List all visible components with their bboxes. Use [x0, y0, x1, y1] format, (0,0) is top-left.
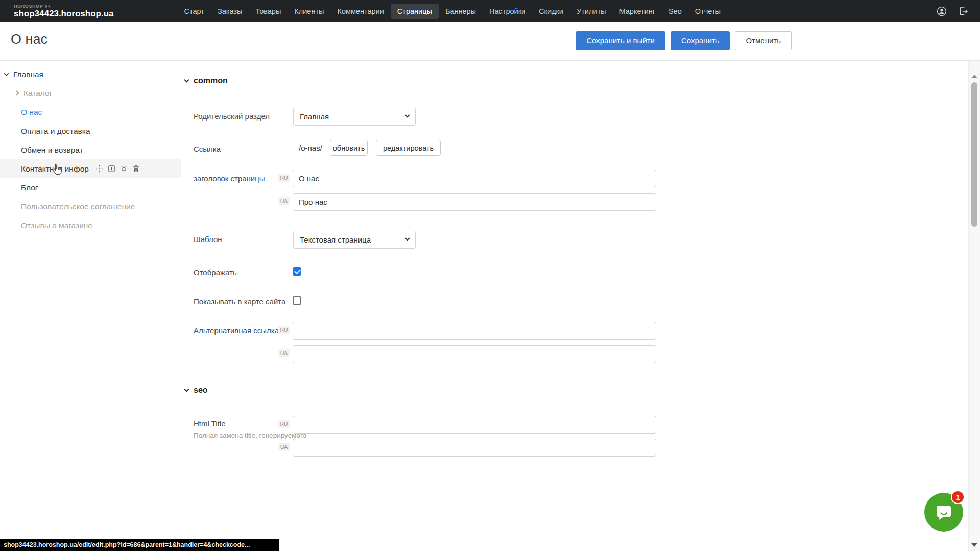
tree-item-label: Контактная инфор	[21, 164, 89, 174]
tree-item-label: Каталог	[23, 89, 52, 98]
chat-unread-badge: 1	[951, 490, 965, 504]
chevron-down-icon	[184, 387, 189, 392]
link-label: Ссылка	[194, 145, 221, 153]
tree-item-label: Обмен и возврат	[21, 146, 83, 155]
tree-item-label: Оплата и доставка	[21, 127, 90, 136]
save-and-exit-button[interactable]: Сохранить и выйти	[576, 31, 665, 50]
move-icon[interactable]	[95, 164, 104, 173]
lang-tag-ua: UA	[278, 443, 290, 451]
add-icon[interactable]	[107, 164, 116, 173]
parent-section-select[interactable]: Главная	[293, 108, 416, 126]
chevron-down-icon	[184, 77, 189, 82]
html-title-ua-input[interactable]	[293, 439, 656, 457]
tree-item-home[interactable]: Главная	[0, 65, 181, 84]
nav-item-marketing[interactable]: Маркетинг	[613, 4, 662, 19]
template-select[interactable]: Текстовая страница	[293, 231, 416, 249]
top-navigation-bar: HOROSHOP V4 shop34423.horoshop.ua Старт …	[0, 0, 980, 22]
html-title-label: Html Title	[194, 419, 226, 428]
nav-item-clients[interactable]: Клиенты	[288, 4, 330, 19]
scroll-down-arrow-icon[interactable]	[971, 543, 977, 547]
tree-item-label: Главная	[13, 70, 43, 79]
tree-item-label: Блог	[21, 183, 38, 193]
tree-item-label: Отзывы о магазине	[21, 221, 92, 230]
nav-item-discounts[interactable]: Скидки	[532, 4, 570, 19]
nav-item-orders[interactable]: Заказы	[211, 4, 249, 19]
section-common[interactable]: common	[185, 76, 228, 85]
parent-section-value: Главная	[300, 112, 329, 121]
display-label: Отображать	[194, 268, 237, 277]
logo-shop-domain: shop34423.horoshop.ua	[14, 9, 114, 18]
tree-item-catalog[interactable]: Каталог	[0, 84, 181, 103]
nav-item-pages[interactable]: Страницы	[391, 4, 439, 19]
nav-item-products[interactable]: Товары	[249, 4, 288, 19]
main-menu: Старт Заказы Товары Клиенты Комментарии …	[178, 4, 727, 19]
alt-link-ru-input[interactable]	[293, 322, 656, 340]
section-seo[interactable]: seo	[185, 386, 208, 395]
lang-tag-ru: RU	[278, 174, 290, 182]
delete-icon[interactable]	[132, 164, 140, 173]
tree-item-label: О нас	[21, 108, 42, 117]
link-url-statusbar: shop34423.horoshop.ua/edit/edit.php?id=6…	[0, 539, 279, 551]
tree-item-exchange-return[interactable]: Обмен и возврат	[0, 140, 181, 159]
template-value: Текстовая страница	[300, 235, 371, 244]
sitemap-label: Показывать в карте сайта	[194, 297, 285, 306]
logout-icon[interactable]	[958, 6, 969, 17]
template-label: Шаблон	[194, 235, 222, 244]
alt-link-label: Альтернативная ссылка	[194, 326, 279, 335]
chat-widget-button[interactable]: 1	[924, 493, 963, 532]
scroll-up-arrow-icon[interactable]	[971, 75, 977, 78]
page-title-ua-input[interactable]	[293, 193, 656, 211]
tree-item-hover-actions	[95, 164, 140, 173]
tree-item-blog[interactable]: Блог	[0, 178, 181, 197]
sitemap-checkbox[interactable]	[293, 296, 301, 305]
nav-item-utilities[interactable]: Утилиты	[570, 4, 613, 19]
chevron-down-icon	[405, 113, 410, 118]
nav-item-reports[interactable]: Отчеты	[688, 4, 727, 19]
lang-tag-ru: RU	[278, 420, 290, 428]
vertical-scrollbar[interactable]	[968, 61, 980, 551]
page-edit-form: common Родительский раздел Главная Ссылк…	[182, 61, 968, 551]
link-edit-button[interactable]: редактировать	[376, 140, 441, 156]
tree-item-about[interactable]: О нас	[0, 103, 181, 122]
tree-item-payment-delivery[interactable]: Оплата и доставка	[0, 122, 181, 140]
link-refresh-button[interactable]: обновить	[330, 140, 368, 156]
pages-tree-sidebar: Главная Каталог О нас Оплата и доставка …	[0, 61, 181, 551]
nav-item-banners[interactable]: Баннеры	[439, 4, 483, 19]
chevron-down-icon	[405, 236, 410, 241]
lang-tag-ua: UA	[278, 197, 290, 205]
display-checkbox[interactable]	[293, 267, 301, 276]
chevron-down-icon[interactable]	[4, 71, 9, 76]
parent-section-label: Родительский раздел	[194, 112, 270, 121]
settings-icon[interactable]	[119, 164, 128, 173]
tree-item-user-agreement[interactable]: Пользовательское соглашение	[0, 197, 181, 216]
alt-link-ua-input[interactable]	[293, 345, 656, 363]
scrollbar-thumb[interactable]	[971, 82, 977, 227]
nav-right-icons	[936, 6, 969, 17]
account-icon[interactable]	[936, 6, 947, 17]
nav-item-seo[interactable]: Seo	[662, 4, 688, 19]
html-title-hint: Полная замена title, генерируемого	[194, 432, 306, 439]
chat-bubble-icon	[933, 501, 954, 523]
app-logo[interactable]: HOROSHOP V4 shop34423.horoshop.ua	[14, 4, 114, 18]
cancel-button[interactable]: Отменить	[735, 31, 792, 50]
section-common-label: common	[194, 76, 228, 85]
tree-item-contact-info[interactable]: Контактная инфор	[0, 159, 181, 178]
page-header: О нас Сохранить и выйти Сохранить Отмени…	[0, 22, 980, 61]
save-button[interactable]: Сохранить	[671, 31, 730, 50]
tree-item-store-reviews[interactable]: Отзывы о магазине	[0, 216, 181, 235]
chevron-right-icon[interactable]	[14, 91, 19, 96]
lang-tag-ru: RU	[278, 326, 290, 334]
page-title-field-label: заголовок страницы	[194, 174, 265, 183]
page-title: О нас	[11, 32, 47, 47]
link-path-value: /o-nas/	[299, 140, 322, 156]
html-title-ru-input[interactable]	[293, 416, 656, 434]
lang-tag-ua: UA	[278, 349, 290, 357]
tree-item-label: Пользовательское соглашение	[21, 202, 135, 211]
section-seo-label: seo	[194, 386, 208, 395]
header-action-buttons: Сохранить и выйти Сохранить Отменить	[576, 31, 792, 50]
nav-item-start[interactable]: Старт	[178, 4, 211, 19]
nav-item-comments[interactable]: Комментарии	[330, 4, 390, 19]
nav-item-settings[interactable]: Настройки	[483, 4, 532, 19]
page-title-ru-input[interactable]	[293, 170, 656, 187]
